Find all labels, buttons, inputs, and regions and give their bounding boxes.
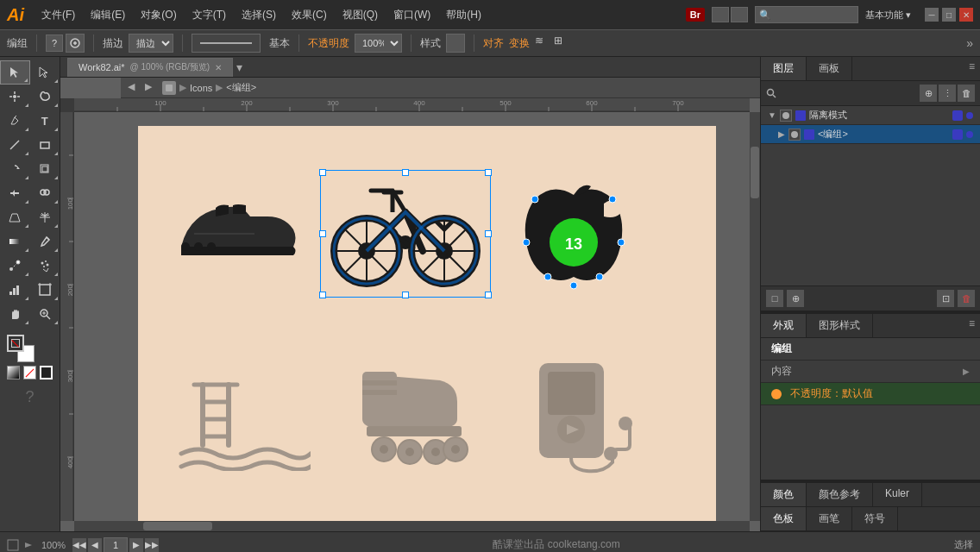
handle-ml[interactable] bbox=[319, 230, 326, 237]
scroll-thumb-v[interactable] bbox=[751, 147, 759, 198]
layer-visibility-toggle2[interactable] bbox=[788, 129, 801, 141]
layout-btn2[interactable] bbox=[731, 7, 748, 22]
page-input[interactable]: 1 bbox=[104, 537, 128, 553]
canvas-area[interactable]: 100 200 300 400 500 600 bbox=[60, 98, 760, 531]
handle-tl[interactable] bbox=[319, 169, 326, 176]
maximize-button[interactable]: □ bbox=[942, 8, 956, 22]
line-tool[interactable] bbox=[0, 133, 30, 157]
scrollbar-vertical[interactable] bbox=[750, 112, 760, 521]
layer-visibility-toggle[interactable] bbox=[780, 110, 792, 122]
none-mode-btn[interactable] bbox=[23, 366, 36, 380]
menu-text[interactable]: 文字(T) bbox=[185, 4, 233, 26]
menu-help[interactable]: 帮助(H) bbox=[439, 4, 488, 26]
pen-tool[interactable] bbox=[0, 109, 30, 133]
rect-tool[interactable] bbox=[30, 133, 60, 157]
menu-object[interactable]: 对象(O) bbox=[134, 4, 183, 26]
opacity-row[interactable]: 不透明度：默认值 bbox=[761, 383, 980, 405]
bridge-icon[interactable]: Br bbox=[686, 8, 705, 22]
locate-btn[interactable]: ⊕ bbox=[920, 85, 937, 102]
menu-select[interactable]: 选择(S) bbox=[235, 4, 283, 26]
symbols-tab[interactable]: 符号 bbox=[852, 507, 898, 530]
workspace-label[interactable]: 基本功能 ▾ bbox=[865, 9, 911, 22]
search-box[interactable]: 🔍 bbox=[755, 6, 858, 23]
scale-tool[interactable] bbox=[30, 157, 60, 181]
stroke-swatch[interactable] bbox=[7, 335, 24, 352]
width-tool[interactable] bbox=[0, 181, 30, 205]
delete-layer-btn[interactable]: 🗑 bbox=[958, 85, 975, 102]
select-tool[interactable] bbox=[0, 60, 30, 85]
content-row[interactable]: 内容 ▶ bbox=[761, 361, 980, 383]
new-layer-btn[interactable]: □ bbox=[766, 290, 783, 307]
extra-btn2[interactable]: ⊞ bbox=[554, 34, 571, 52]
prev-btn[interactable]: ◀ bbox=[88, 538, 102, 552]
eyedropper-tool[interactable] bbox=[30, 229, 60, 254]
zoom-tool[interactable] bbox=[30, 302, 60, 326]
close-button[interactable]: ✕ bbox=[959, 8, 973, 22]
tab-close-btn[interactable]: ✕ bbox=[215, 63, 222, 72]
scroll-thumb-h[interactable] bbox=[143, 522, 212, 530]
appearance-menu-btn[interactable]: ≡ bbox=[964, 314, 980, 337]
handle-br[interactable] bbox=[485, 292, 492, 298]
next-btn[interactable]: ▶ bbox=[129, 538, 143, 552]
menu-view[interactable]: 视图(Q) bbox=[336, 4, 385, 26]
document-tab[interactable]: Work82.ai* @ 100% (RGB/预览) ✕ bbox=[67, 58, 233, 77]
artboard-tab[interactable]: 画板 bbox=[807, 57, 852, 80]
minimize-button[interactable]: ─ bbox=[925, 8, 939, 22]
handle-mr[interactable] bbox=[485, 230, 492, 237]
layout-btn1[interactable] bbox=[712, 7, 729, 22]
menu-edit[interactable]: 编辑(E) bbox=[84, 4, 132, 26]
menu-window[interactable]: 窗口(W) bbox=[386, 4, 437, 26]
brushes-tab[interactable]: 画笔 bbox=[807, 507, 852, 530]
delete-selection-btn[interactable]: 🗑 bbox=[958, 290, 975, 307]
color-mode-btn[interactable] bbox=[7, 366, 20, 380]
type-tool[interactable]: T bbox=[30, 109, 60, 133]
appearance-tab[interactable]: 外观 bbox=[761, 314, 807, 337]
tool-options-btn[interactable] bbox=[66, 34, 85, 53]
rotate-tool[interactable] bbox=[0, 157, 30, 181]
perspective-tool[interactable] bbox=[0, 205, 30, 229]
blend-tool[interactable] bbox=[0, 254, 30, 278]
content-link[interactable]: ▶ bbox=[963, 367, 970, 376]
artboard-tool[interactable] bbox=[30, 278, 60, 302]
magic-wand-tool[interactable] bbox=[0, 85, 30, 109]
hand-tool[interactable] bbox=[0, 302, 30, 326]
menu-file[interactable]: 文件(F) bbox=[35, 4, 82, 26]
breadcrumb-back-btn[interactable]: ◀ bbox=[128, 81, 141, 95]
handle-tr[interactable] bbox=[485, 169, 492, 176]
panel-menu-btn[interactable]: ≡ bbox=[964, 57, 980, 80]
scrollbar-horizontal[interactable] bbox=[74, 521, 750, 531]
handle-bc[interactable] bbox=[402, 292, 409, 298]
handle-bl[interactable] bbox=[319, 292, 326, 298]
prev-page-btn[interactable]: ◀◀ bbox=[72, 538, 86, 552]
swatches-tab[interactable]: 色板 bbox=[761, 507, 807, 530]
menu-effect[interactable]: 效果(C) bbox=[285, 4, 334, 26]
mesh-tool[interactable] bbox=[30, 205, 60, 229]
stroke-select[interactable]: 描边 bbox=[129, 34, 173, 53]
breadcrumb-forward-btn[interactable]: ▶ bbox=[145, 81, 159, 95]
lasso-tool[interactable] bbox=[30, 85, 60, 109]
color-guide-tab[interactable]: 颜色参考 bbox=[807, 483, 873, 506]
extra-btn1[interactable]: ≋ bbox=[535, 34, 552, 52]
symbol-sprayer-tool[interactable] bbox=[30, 254, 60, 278]
direct-select-tool[interactable] bbox=[30, 60, 60, 85]
handle-tc[interactable] bbox=[402, 169, 409, 176]
opacity-select[interactable]: 100% bbox=[355, 34, 402, 53]
collect-btn[interactable]: ⋮ bbox=[939, 85, 956, 102]
merge-selected-btn[interactable]: ⊡ bbox=[937, 290, 954, 307]
graphic-styles-tab[interactable]: 图形样式 bbox=[807, 314, 873, 337]
make-sublayer-btn[interactable]: ⊕ bbox=[787, 290, 804, 307]
swap-colors-btn[interactable] bbox=[40, 366, 53, 380]
add-tab-btn[interactable]: ▾ bbox=[236, 60, 242, 74]
gradient-tool[interactable] bbox=[0, 229, 30, 254]
kuler-tab[interactable]: Kuler bbox=[873, 483, 922, 506]
layer-isolation-mode[interactable]: ▼ 隔离模式 bbox=[761, 106, 980, 125]
next-page-btn[interactable]: ▶▶ bbox=[145, 538, 159, 552]
toolbar-expand[interactable]: » bbox=[966, 36, 973, 50]
layer-group[interactable]: ▶ <编组> bbox=[761, 125, 980, 144]
help-btn[interactable]: ? bbox=[46, 34, 63, 52]
color-tab[interactable]: 颜色 bbox=[761, 483, 807, 506]
unknown-tool[interactable]: ? bbox=[0, 385, 60, 410]
chart-tool[interactable] bbox=[0, 278, 30, 302]
shape-builder-tool[interactable] bbox=[30, 181, 60, 205]
layers-tab[interactable]: 图层 bbox=[761, 57, 807, 80]
